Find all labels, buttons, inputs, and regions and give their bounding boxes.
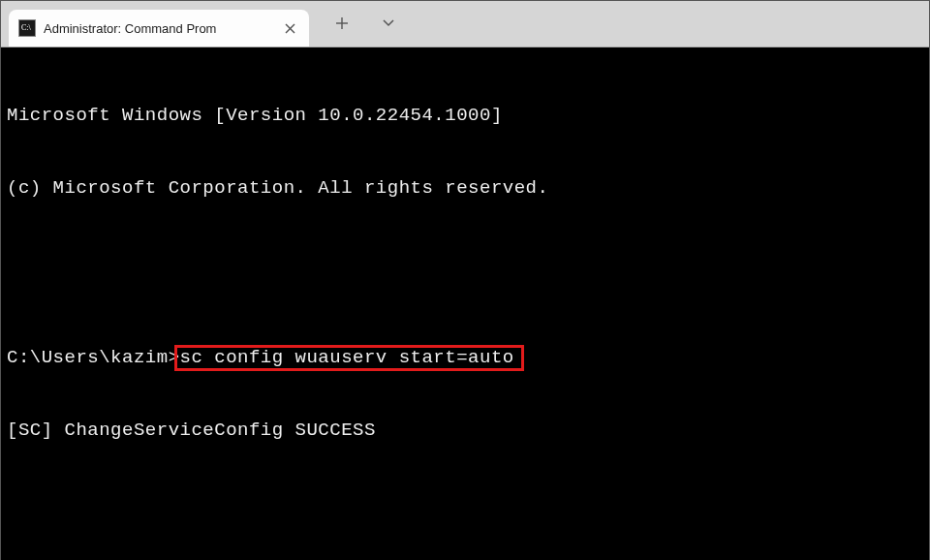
terminal-area[interactable]: Microsoft Windows [Version 10.0.22454.10… (1, 47, 929, 560)
tab-command-prompt[interactable]: C:\ Administrator: Command Prom (9, 10, 309, 47)
prompt: C:\Users\kazim> (7, 347, 180, 368)
tab-close-button[interactable] (280, 18, 299, 38)
output-1: [SC] ChangeServiceConfig SUCCESS (7, 419, 923, 443)
command-line-1: C:\Users\kazim>sc config wuauserv start=… (7, 346, 923, 370)
cmd-icon: C:\ (18, 19, 36, 37)
window-frame: C:\ Administrator: Command Prom (0, 0, 930, 560)
svg-text:C:\: C:\ (21, 23, 32, 32)
tab-title: Administrator: Command Prom (44, 21, 272, 36)
new-tab-button[interactable] (330, 12, 354, 35)
command-1: sc config wuauserv start=auto (180, 346, 514, 370)
header-line-1: Microsoft Windows [Version 10.0.22454.10… (7, 104, 923, 128)
tab-bar: C:\ Administrator: Command Prom (1, 1, 929, 47)
tab-dropdown-button[interactable] (377, 12, 400, 35)
tabbar-actions (309, 0, 400, 47)
header-line-2: (c) Microsoft Corporation. All rights re… (7, 176, 923, 201)
